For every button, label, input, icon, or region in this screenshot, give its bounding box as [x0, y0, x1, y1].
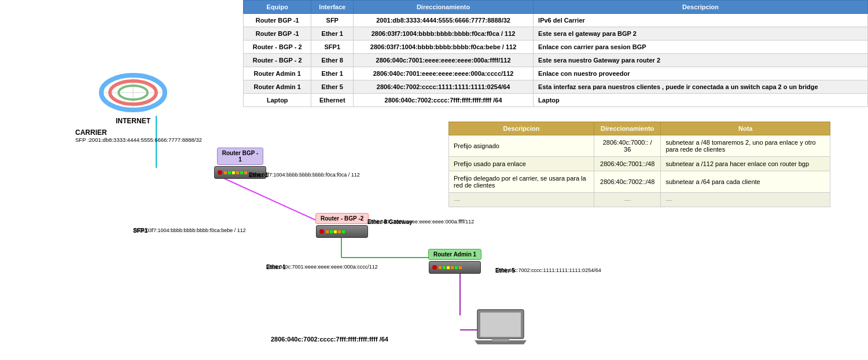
- port2: [228, 171, 231, 174]
- table-row: Router - BGP - 2SFP12806:03f7:1004:bbbb:…: [244, 41, 868, 54]
- cell-0-0: Router BGP -1: [244, 14, 311, 27]
- cell-4-3: Enlace con nuestro proveedor: [534, 67, 868, 80]
- router-bgp2-box: Router - BGP -2: [315, 213, 369, 238]
- carrier-block: CARRIER SFP :2001:db8:3333:4444:5555:666…: [75, 127, 202, 143]
- router-admin1-label: Router Admin 1: [428, 249, 481, 260]
- table-row: Prefijo asignado2806:40c:7000:: / 36subn…: [449, 135, 830, 157]
- port4: [451, 266, 454, 269]
- port1: [224, 171, 227, 174]
- cell2-0-0: Prefijo asignado: [449, 135, 594, 157]
- cell2-1-0: Prefijo usado para enlace: [449, 157, 594, 171]
- svg-rect-12: [480, 313, 521, 337]
- port1: [439, 266, 442, 269]
- cell-1-2: 2806:03f7:1004:bbbb:bbbb:bbbb:f0ca:f0ca …: [354, 27, 534, 41]
- port5: [240, 171, 243, 174]
- cell-4-0: Router Admin 1: [244, 67, 311, 80]
- cell-2-1: SFP1: [311, 41, 354, 54]
- ether1-bgp1-label: Ether 1: [249, 172, 269, 178]
- port1: [326, 230, 329, 233]
- cell-3-0: Router - BGP - 2: [244, 54, 311, 67]
- cell2-2-1: 2806:40c:7002::/48: [594, 171, 661, 193]
- ether1-bgp1-block: Ether 1 2806:03f7:1004:bbbb:bbbb:bbbb:f0…: [249, 172, 360, 178]
- port3: [447, 266, 450, 269]
- cell2-3-0: —: [449, 193, 594, 207]
- table-row: Router Admin 1Ether 12806:040c:7001:eeee…: [244, 67, 868, 80]
- router-bgp1-label: Router BGP - 1: [217, 148, 264, 165]
- col-descripcion: Descripcion: [534, 1, 868, 14]
- col-desc2: Descripcion: [449, 122, 594, 135]
- cell-3-1: Ether 8: [311, 54, 354, 67]
- router-admin1-box: Router Admin 1: [428, 249, 481, 274]
- cell2-2-0: Prefijo delegado por el carrier, se usar…: [449, 171, 594, 193]
- sfp1-label: SFP1: [133, 227, 148, 234]
- cell-0-2: 2001:db8:3333:4444:5555:6666:7777:8888/3…: [354, 14, 534, 27]
- cell-6-1: Ethernet: [311, 94, 354, 107]
- cell2-0-2: subnetear a /48 tomaremos 2, uno para en…: [661, 135, 830, 157]
- internet-cloud: INTERNET: [95, 69, 171, 125]
- ether1-admin-block: Ether 1 2806:040c:7001:eeee:eeee:eeee:00…: [266, 264, 378, 270]
- svg-rect-14: [492, 339, 509, 341]
- ether5-label: Ether 5: [495, 267, 515, 274]
- ether1-admin-label: Ether 1: [266, 264, 286, 270]
- col-equipo: Equipo: [244, 1, 311, 14]
- router-bgp2-label: Router - BGP -2: [315, 213, 369, 224]
- table-row: Prefijo delegado por el carrier, se usar…: [449, 171, 830, 193]
- svg-line-1: [220, 177, 315, 220]
- router-bgp2-device: [316, 225, 368, 238]
- laptop-address: 2806:040c:7002:cccc:7fff:ffff:ffff:ffff …: [271, 336, 388, 343]
- cell-2-2: 2806:03f7:1004:bbbb:bbbb:bbbb:f0ca:bebe …: [354, 41, 534, 54]
- port3: [334, 230, 337, 233]
- port3: [232, 171, 235, 174]
- port6: [459, 266, 462, 269]
- ether8-label: Ether 8 Gateway: [367, 219, 413, 225]
- cloud-icon: [95, 69, 171, 116]
- cell-5-1: Ether 5: [311, 80, 354, 94]
- port2: [330, 230, 333, 233]
- cell-1-1: Ether 1: [311, 27, 354, 41]
- cell-3-3: Este sera nuestro Gateway para router 2: [534, 54, 868, 67]
- laptop-icon: [475, 307, 527, 348]
- cell-4-2: 2806:040c:7001:eeee:eeee:eeee:000a:cccc/…: [354, 67, 534, 80]
- ether5-block: Ether 5 2806:40c:7002:cccc:1111:1111:111…: [495, 267, 601, 273]
- sfp1-block: SFP1 2806:03f7:1004:bbbb:bbbb:bbbb:f0ca:…: [133, 227, 246, 233]
- cell2-1-2: subnetear a /112 para hacer enlace con r…: [661, 157, 830, 171]
- cell2-2-2: subnetear a /64 para cada cliente: [661, 171, 830, 193]
- cell-1-3: Este sera el gateway para BGP 2: [534, 27, 868, 41]
- cell-6-0: Laptop: [244, 94, 311, 107]
- port5: [342, 230, 345, 233]
- port5: [455, 266, 458, 269]
- cell-3-2: 2806:040c:7001:eeee:eeee:eeee:000a:ffff/…: [354, 54, 534, 67]
- port4: [338, 230, 341, 233]
- carrier-address: SFP :2001:db8:3333:4444:5555:6666:7777:8…: [75, 137, 202, 143]
- internet-label: INTERNET: [95, 117, 171, 125]
- routing-table: Equipo Interface Direccionamiento Descri…: [243, 0, 868, 107]
- carrier-label: CARRIER: [75, 128, 202, 137]
- cell-5-2: 2806:40c:7002:cccc:1111:1111:1111:0254/6…: [354, 80, 534, 94]
- table-row: LaptopEthernet2806:040c:7002:cccc:7fff:f…: [244, 94, 868, 107]
- col-interface: Interface: [311, 1, 354, 14]
- cell-2-3: Enlace con carrier para sesion BGP: [534, 41, 868, 54]
- cell2-0-1: 2806:40c:7000:: / 36: [594, 135, 661, 157]
- cell2-1-1: 2806:40c:7001::/48: [594, 157, 661, 171]
- cell2-3-1: —: [594, 193, 661, 207]
- second-table-container: Descripcion Direccionamiento Nota Prefij…: [448, 122, 830, 207]
- cell-0-3: IPv6 del Carrier: [534, 14, 868, 27]
- port4: [236, 171, 239, 174]
- port6: [244, 171, 247, 174]
- cell-5-3: Esta interfaz sera para nuestros cliente…: [534, 80, 868, 94]
- cell-5-0: Router Admin 1: [244, 80, 311, 94]
- prefix-table: Descripcion Direccionamiento Nota Prefij…: [448, 122, 830, 207]
- table-row: Router BGP -1Ether 12806:03f7:1004:bbbb:…: [244, 27, 868, 41]
- cell-1-0: Router BGP -1: [244, 27, 311, 41]
- table-row: Router BGP -1SFP2001:db8:3333:4444:5555:…: [244, 14, 868, 27]
- router-bgp2-ports: [326, 230, 345, 233]
- laptop-address-block: 2806:040c:7002:cccc:7fff:ffff:ffff:ffff …: [271, 336, 388, 343]
- cell2-3-2: —: [661, 193, 830, 207]
- cell-6-2: 2806:040c:7002:cccc:7fff:ffff:ffff:ffff …: [354, 94, 534, 107]
- ether8-block: Ether 8 Gateway 2806:040c:7001:eeee:eeee…: [367, 219, 474, 225]
- table-row: Router - BGP - 2Ether 82806:040c:7001:ee…: [244, 54, 868, 67]
- col-dir2: Direccionamiento: [594, 122, 661, 135]
- cell-0-1: SFP: [311, 14, 354, 27]
- table-row: Router Admin 1Ether 52806:40c:7002:cccc:…: [244, 80, 868, 94]
- router-admin1-device: [429, 261, 481, 274]
